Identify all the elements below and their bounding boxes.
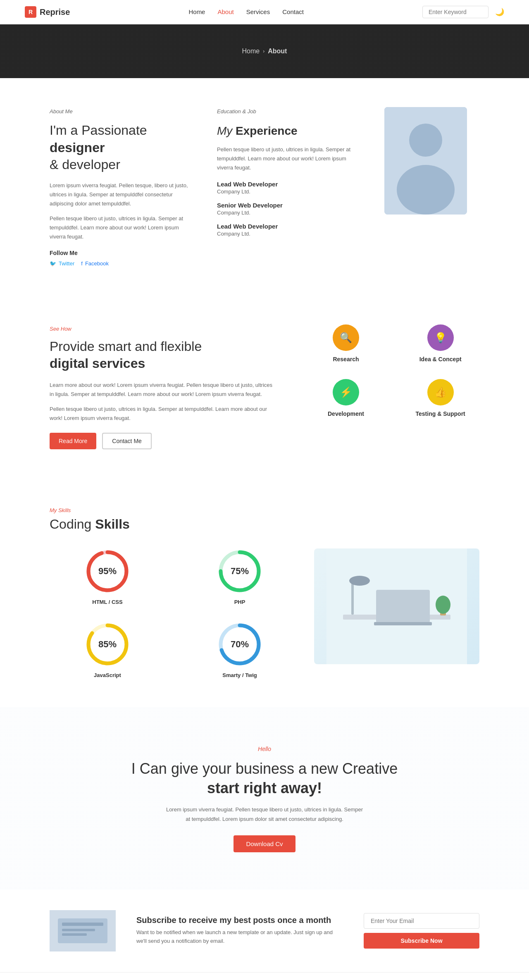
skill-circle-smarty: 70%: [217, 622, 262, 667]
skill-value-php: 75%: [231, 566, 249, 577]
idea-icon: 💡: [427, 324, 454, 351]
job-3: Lead Web Developer Company Ltd.: [217, 223, 360, 237]
about-photo: [384, 107, 479, 215]
services-para2: Pellen tesque libero ut justo, ultrices …: [50, 405, 274, 423]
twitter-link[interactable]: 🐦 Twitter: [50, 260, 74, 267]
skill-value-html: 95%: [98, 566, 117, 577]
read-more-button[interactable]: Read More: [50, 433, 96, 449]
svg-point-18: [436, 596, 450, 614]
social-links: 🐦 Twitter f Facebook: [50, 260, 192, 267]
idea-label: Idea & Concept: [419, 356, 462, 362]
skills-photo: [314, 548, 479, 664]
job-2: Senior Web Developer Company Ltd.: [217, 202, 360, 216]
cta-heading: I Can give your business a new Creatives…: [50, 759, 479, 798]
footer-links: Home About Services Contact Download app…: [0, 972, 529, 980]
job-company-2: Company Ltd.: [217, 210, 250, 216]
svg-rect-21: [62, 923, 103, 926]
hero-banner: Home › About: [0, 24, 529, 78]
skill-js: 85% JavaScript: [50, 622, 165, 678]
facebook-icon: f: [81, 260, 83, 267]
about-experience: Education & Job My Experience Pellen tes…: [217, 107, 360, 244]
experience-para: Pellen tesque libero ut justo, ultrices …: [217, 145, 360, 172]
svg-rect-22: [62, 929, 95, 931]
svg-rect-13: [376, 590, 430, 623]
subscribe-para: Want to be notified when we launch a new…: [136, 928, 343, 946]
breadcrumb-home[interactable]: Home: [242, 48, 260, 55]
skill-smarty: 70% Smarty / Twig: [182, 622, 298, 678]
brand-icon: R: [25, 6, 36, 18]
subscribe-section: Subscribe to receive my best posts once …: [0, 889, 529, 972]
skills-label: My Skills: [50, 507, 479, 513]
nav-contact[interactable]: Contact: [282, 8, 304, 15]
dark-mode-toggle[interactable]: 🌙: [495, 7, 504, 17]
skills-heading: Coding Skills: [50, 517, 479, 532]
about-image: [384, 107, 467, 215]
svg-point-2: [397, 165, 455, 215]
skill-value-smarty: 70%: [231, 639, 249, 650]
job-company-3: Company Ltd.: [217, 231, 250, 237]
about-label: About Me: [50, 107, 192, 116]
navbar-right: 🌙: [422, 6, 504, 18]
facebook-link[interactable]: f Facebook: [81, 260, 109, 267]
services-heading: Provide smart and flexibledigital servic…: [50, 338, 274, 372]
about-heading: I'm a Passionate designer & developer: [50, 122, 192, 174]
download-cv-button[interactable]: Download Cv: [234, 835, 295, 852]
services-section: See How Provide smart and flexibledigita…: [0, 296, 529, 478]
email-input[interactable]: [364, 913, 479, 929]
skills-grid: 95% HTML / CSS 75% PHP: [50, 548, 479, 678]
skill-value-js: 85%: [98, 639, 117, 650]
svg-point-1: [409, 124, 442, 157]
svg-rect-14: [374, 622, 432, 625]
about-para1: Lorem ipsum viverra feugiat. Pellen tesq…: [50, 181, 192, 208]
development-icon: ⚡: [333, 379, 359, 405]
subscribe-text: Subscribe to receive my best posts once …: [136, 916, 343, 946]
cta-para: Lorem ipsum viverra feugiat. Pellen tesq…: [165, 805, 364, 823]
about-para2: Pellen tesque libero ut justo, ultrices …: [50, 214, 192, 241]
experience-label: Education & Job: [217, 107, 360, 116]
job-1: Lead Web Developer Company Ltd.: [217, 181, 360, 195]
service-testing: 👍 Testing & Support: [401, 379, 479, 417]
subscribe-heading: Subscribe to receive my best posts once …: [136, 916, 343, 925]
nav-about[interactable]: About: [217, 8, 234, 15]
see-how-label: See How: [50, 324, 274, 334]
skills-charts: 95% HTML / CSS 75% PHP: [50, 548, 298, 678]
experience-heading: My Experience: [217, 124, 360, 138]
subscribe-button[interactable]: Subscribe Now: [364, 933, 479, 949]
contact-me-button[interactable]: Contact Me: [102, 433, 152, 449]
subscribe-form: Subscribe Now: [364, 913, 479, 949]
svg-rect-23: [62, 933, 87, 936]
nav-home[interactable]: Home: [188, 8, 205, 15]
skill-html-css: 95% HTML / CSS: [50, 548, 165, 605]
service-research: 🔍 Research: [307, 324, 385, 362]
navbar: R Reprise Home About Services Contact 🌙: [0, 0, 529, 24]
follow-me: Follow Me 🐦 Twitter f Facebook: [50, 250, 192, 267]
services-buttons: Read More Contact Me: [50, 433, 274, 449]
search-input[interactable]: [422, 6, 488, 18]
skill-circle-html: 95%: [85, 548, 130, 594]
testing-icon: 👍: [427, 379, 454, 405]
cta-section: Hello I Can give your business a new Cre…: [0, 707, 529, 889]
about-left: About Me I'm a Passionate designer & dev…: [50, 107, 192, 267]
service-development: ⚡ Development: [307, 379, 385, 417]
skill-php: 75% PHP: [182, 548, 298, 605]
twitter-icon: 🐦: [50, 260, 56, 267]
skills-section: My Skills Coding Skills 95% HTML / CSS: [0, 478, 529, 707]
breadcrumb-current: About: [268, 48, 287, 55]
svg-point-16: [349, 576, 370, 586]
job-title-1: Lead Web Developer: [217, 181, 360, 188]
subscribe-image: [50, 910, 116, 951]
brand-name: Reprise: [40, 7, 70, 17]
services-left: See How Provide smart and flexibledigita…: [50, 324, 274, 449]
skill-label-html: HTML / CSS: [92, 599, 122, 605]
testing-label: Testing & Support: [416, 410, 465, 417]
breadcrumb-separator: ›: [263, 48, 264, 54]
services-para1: Learn more about our work! Lorem ipsum v…: [50, 381, 274, 399]
nav-services[interactable]: Services: [246, 8, 270, 15]
development-label: Development: [328, 410, 364, 417]
brand[interactable]: R Reprise: [25, 6, 70, 18]
skill-label-smarty: Smarty / Twig: [222, 672, 257, 678]
services-grid: 🔍 Research 💡 Idea & Concept ⚡ Developmen…: [307, 324, 479, 417]
nav-links: Home About Services Contact: [188, 8, 303, 16]
follow-label: Follow Me: [50, 250, 192, 256]
job-title-2: Senior Web Developer: [217, 202, 360, 209]
